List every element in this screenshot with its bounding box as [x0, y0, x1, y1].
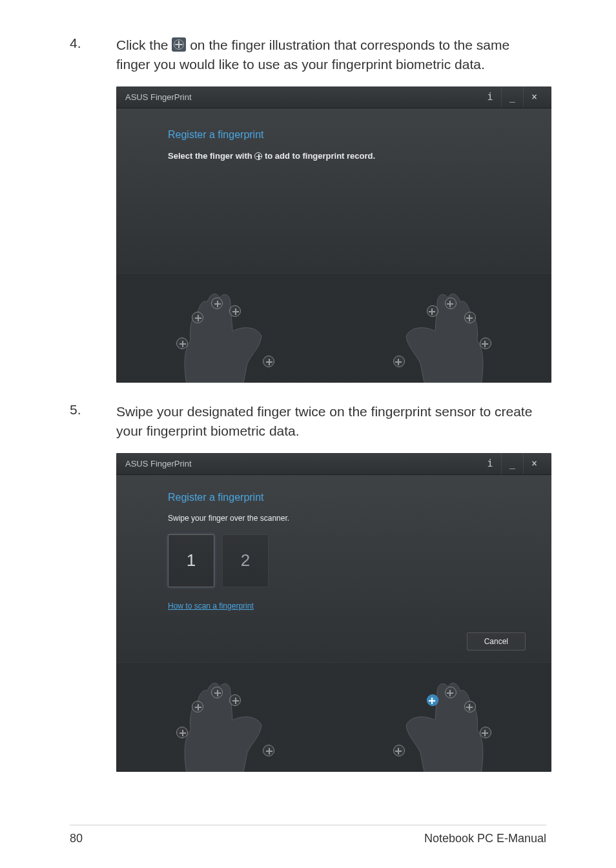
info-button[interactable]: i: [479, 86, 501, 108]
step-number: 5.: [70, 402, 116, 441]
howto-link[interactable]: How to scan a fingerprint: [168, 601, 254, 611]
left-pinky-add[interactable]: [176, 338, 188, 349]
right-hand: [374, 279, 503, 383]
swipe-slot-1: 1: [168, 534, 214, 587]
left-hand: [165, 279, 294, 383]
left-index-add[interactable]: [229, 694, 241, 706]
app-content: Register a fingerprint Swipe your finger…: [116, 475, 551, 662]
left-middle-add[interactable]: [211, 298, 223, 309]
left-ring-add[interactable]: [192, 312, 203, 323]
close-icon: ×: [531, 91, 537, 103]
minimize-icon: _: [509, 91, 515, 103]
right-middle-add[interactable]: [445, 687, 457, 698]
close-icon: ×: [531, 458, 537, 469]
register-subtext: Select the finger with to add to fingerp…: [168, 151, 500, 161]
swipe-progress: 1 2: [168, 534, 500, 587]
step-text: Swipe your designated finger twice on th…: [116, 402, 546, 441]
close-button[interactable]: ×: [523, 86, 545, 108]
sub-before: Select the finger with: [168, 151, 254, 161]
page-number: 80: [70, 832, 83, 845]
register-heading: Register a fingerprint: [168, 492, 500, 503]
left-middle-add[interactable]: [211, 687, 223, 698]
app-title: ASUS FingerPrint: [125, 459, 192, 469]
hands-illustration: [116, 662, 551, 772]
left-pinky-add[interactable]: [176, 727, 188, 738]
left-hand: [165, 669, 294, 772]
titlebar: ASUS FingerPrint i _ ×: [116, 453, 551, 475]
right-pinky-add[interactable]: [480, 727, 491, 738]
right-index-add-selected[interactable]: [427, 694, 438, 706]
right-pinky-add[interactable]: [480, 338, 491, 349]
step-4: 4. Click the on the finger illustration …: [70, 35, 546, 75]
titlebar: ASUS FingerPrint i _ ×: [116, 86, 551, 108]
book-title: Notebook PC E-Manual: [424, 832, 546, 845]
swipe-slot-2: 2: [222, 534, 269, 587]
info-button[interactable]: i: [479, 453, 501, 474]
hands-illustration: [116, 273, 551, 383]
asus-fingerprint-window-2: ASUS FingerPrint i _ × Register a finger…: [116, 453, 551, 772]
close-button[interactable]: ×: [523, 453, 545, 474]
right-ring-add[interactable]: [464, 312, 476, 323]
cancel-button[interactable]: Cancel: [467, 632, 526, 651]
minimize-button[interactable]: _: [501, 453, 523, 474]
info-icon: i: [487, 91, 493, 103]
page-footer: 80 Notebook PC E-Manual: [70, 825, 546, 845]
step-number: 4.: [70, 35, 116, 75]
left-thumb-add[interactable]: [263, 745, 274, 756]
right-hand: [374, 669, 503, 772]
step-5: 5. Swipe your designated finger twice on…: [70, 402, 546, 441]
app-title: ASUS FingerPrint: [125, 92, 192, 102]
plus-circle-icon: [254, 152, 262, 160]
left-index-add[interactable]: [229, 305, 241, 317]
minimize-icon: _: [509, 458, 515, 469]
plus-circle-icon: [172, 37, 186, 52]
minimize-button[interactable]: _: [501, 86, 523, 108]
right-thumb-add[interactable]: [393, 745, 405, 756]
app-content: Register a fingerprint Select the finger…: [116, 108, 551, 273]
asus-fingerprint-window-1: ASUS FingerPrint i _ × Register a finger…: [116, 86, 551, 383]
left-ring-add[interactable]: [192, 701, 203, 712]
right-thumb-add[interactable]: [393, 356, 405, 367]
step4-before: Click the: [116, 37, 172, 52]
right-ring-add[interactable]: [464, 701, 476, 712]
left-thumb-add[interactable]: [263, 356, 274, 367]
sub-after: to add to fingerprint record.: [262, 151, 375, 161]
register-heading: Register a fingerprint: [168, 129, 500, 141]
swipe-instruction: Swipe your finger over the scanner.: [168, 514, 500, 523]
step-text: Click the on the finger illustration tha…: [116, 35, 546, 75]
right-index-add[interactable]: [427, 305, 438, 317]
info-icon: i: [487, 458, 493, 469]
right-middle-add[interactable]: [445, 298, 457, 309]
